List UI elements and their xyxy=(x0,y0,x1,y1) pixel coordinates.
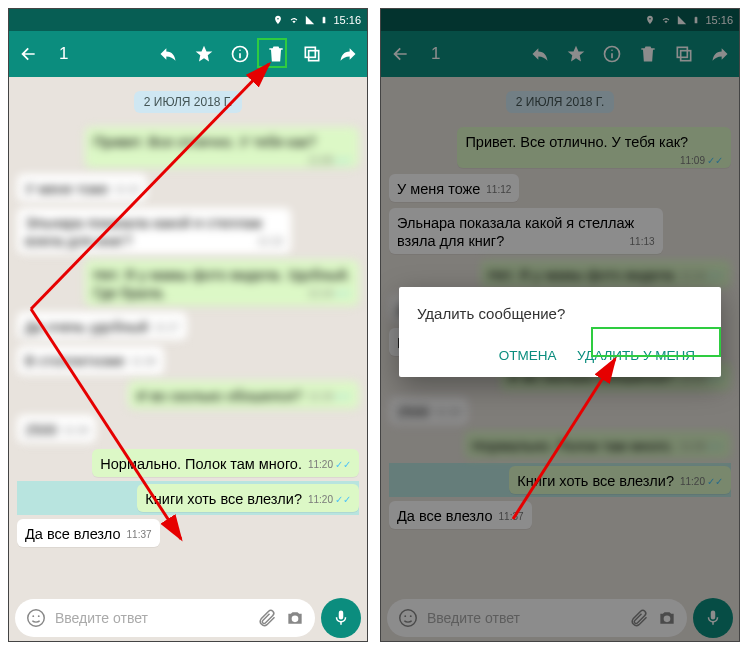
svg-point-5 xyxy=(28,610,45,627)
message-input[interactable]: Введите ответ xyxy=(15,599,315,637)
selection-toolbar: 1 xyxy=(9,31,367,77)
right-phone: 15:16 1 2 ИЮЛЯ 2018 Г. Привет. Все отлич… xyxy=(380,8,740,642)
delete-icon[interactable] xyxy=(265,43,287,65)
chat-area: 2 ИЮЛЯ 2018 Г. Привет. Все отлично. У те… xyxy=(9,77,367,595)
svg-rect-4 xyxy=(305,47,315,57)
svg-point-6 xyxy=(32,615,34,617)
message-out[interactable]: Нормально. Полок там много.11:20✓✓ xyxy=(92,449,359,477)
back-icon[interactable] xyxy=(17,43,39,65)
message-out-selected[interactable]: Книги хоть все влезли?11:20✓✓ xyxy=(137,484,359,512)
message-in[interactable]: Да очень удобный11:17 xyxy=(17,312,187,340)
forward-icon[interactable] xyxy=(337,43,359,65)
status-bar: 15:16 xyxy=(9,9,367,31)
battery-icon xyxy=(320,14,328,26)
message-in[interactable]: 250011:19 xyxy=(17,415,96,443)
location-icon xyxy=(273,15,283,25)
left-phone: 15:16 1 2 ИЮЛЯ 2018 Г. Привет. Все отлич… xyxy=(8,8,368,642)
signal-icon xyxy=(305,15,315,25)
message-out[interactable]: И во сколько обошелся?11:19✓✓ xyxy=(128,381,359,409)
emoji-icon[interactable] xyxy=(25,607,47,629)
dialog-delete-button[interactable]: УДАЛИТЬ У МЕНЯ xyxy=(569,340,703,371)
reply-icon[interactable] xyxy=(157,43,179,65)
svg-point-7 xyxy=(38,615,40,617)
input-bar: Введите ответ xyxy=(9,595,367,641)
message-in[interactable]: У меня тоже11:12 xyxy=(17,174,147,202)
camera-icon[interactable] xyxy=(285,608,305,628)
message-out[interactable]: Нет. Я у мамы фото видела. Удобный. Где … xyxy=(85,260,359,306)
mic-button[interactable] xyxy=(321,598,361,638)
date-chip: 2 ИЮЛЯ 2018 Г. xyxy=(134,91,243,113)
star-icon[interactable] xyxy=(193,43,215,65)
dialog-cancel-button[interactable]: ОТМЕНА xyxy=(491,340,565,371)
message-in[interactable]: Эльнара показала какой я стеллаж взяла д… xyxy=(17,208,291,254)
info-icon[interactable] xyxy=(229,43,251,65)
svg-point-2 xyxy=(239,49,241,51)
delete-dialog: Удалить сообщение? ОТМЕНА УДАЛИТЬ У МЕНЯ xyxy=(399,287,721,377)
message-in[interactable]: Да все влезло11:37 xyxy=(17,519,160,547)
selection-count: 1 xyxy=(59,44,68,64)
dialog-title: Удалить сообщение? xyxy=(417,305,703,322)
input-placeholder: Введите ответ xyxy=(55,610,249,626)
wifi-icon xyxy=(288,15,300,25)
message-in[interactable]: В стоплитхоме11:18 xyxy=(17,346,164,374)
status-time: 15:16 xyxy=(333,14,361,26)
attach-icon[interactable] xyxy=(257,608,277,628)
copy-icon[interactable] xyxy=(301,43,323,65)
message-out[interactable]: Привет. Все отлично. У тебя как?11:09✓✓ xyxy=(85,127,359,168)
svg-rect-3 xyxy=(309,51,319,61)
